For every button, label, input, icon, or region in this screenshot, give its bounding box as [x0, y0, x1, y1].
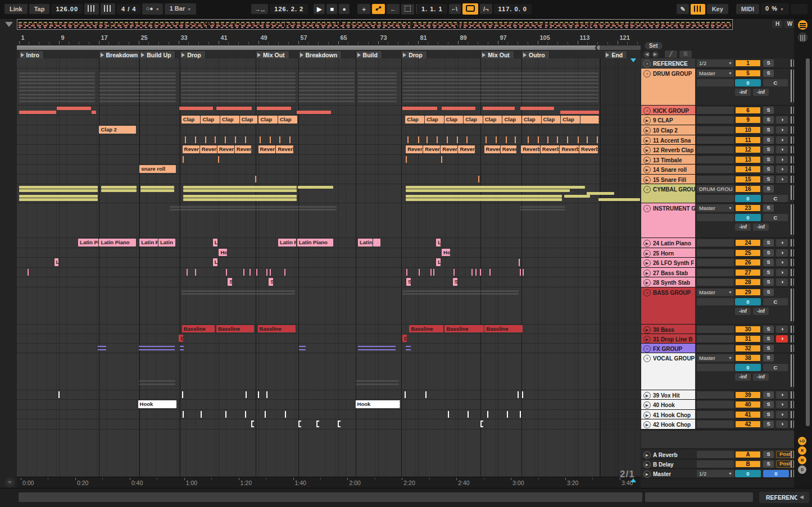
clip-tick[interactable] [453, 269, 455, 276]
clip-tick[interactable] [260, 136, 261, 143]
track-row-32[interactable]: ≡FX GROUP32S [641, 344, 805, 353]
draw-mode-button[interactable] [401, 4, 414, 15]
clip-tick[interactable] [245, 136, 246, 143]
routing-blank-box[interactable] [697, 298, 734, 305]
clip-tick[interactable] [587, 136, 588, 143]
cymbal-clip-bar[interactable] [183, 195, 296, 198]
freeze-button[interactable]: ◑ [776, 391, 788, 399]
cymbal-clip-bar[interactable] [406, 189, 570, 192]
clip-tick[interactable] [471, 269, 473, 276]
clip[interactable]: S [406, 278, 411, 286]
routing-dropdown[interactable]: Master▼ [697, 289, 734, 296]
clip-tick[interactable] [437, 136, 438, 143]
delay-section-toggle[interactable]: D [798, 465, 806, 474]
clip-bracket[interactable] [251, 421, 254, 427]
track-name-cell[interactable]: ≡BASS GROUP [641, 287, 695, 324]
collapse-arrow-icon[interactable]: ◀ [797, 492, 806, 502]
pan-value[interactable]: 0 [735, 79, 761, 86]
clip[interactable]: Latin Piano [99, 239, 136, 246]
clip-tick[interactable] [245, 411, 246, 418]
track-number-box[interactable]: 5 [735, 70, 761, 77]
solo-button[interactable]: S [763, 126, 774, 134]
track-name-cell[interactable]: ▶28 Synth Stab [641, 277, 695, 287]
track-name-cell[interactable]: ▶B Delay [641, 459, 695, 468]
fold-arrow-icon[interactable] [5, 22, 13, 27]
nudge-down-button[interactable] [84, 3, 99, 15]
cymbal-clip-bar[interactable] [19, 186, 98, 189]
return-letter-box[interactable]: B [735, 460, 761, 468]
track-row-10[interactable]: ▶10 Clap 210S◑ [641, 125, 805, 135]
lane-13-timbale[interactable] [17, 155, 641, 165]
clip[interactable]: Reverb [200, 145, 217, 153]
lane-26-lfo-synth-f[interactable]: LLL [17, 258, 641, 268]
master-pan-value[interactable]: 0 [735, 470, 761, 477]
solo-button[interactable]: S [763, 204, 774, 212]
punch-in-field[interactable]: 1. 1. 1 [417, 4, 447, 14]
pan-center-button[interactable]: C [763, 364, 788, 371]
clip-tick[interactable] [185, 136, 186, 143]
cymbal-clip-dashes[interactable] [598, 198, 640, 201]
solo-button[interactable]: S [763, 451, 774, 458]
clip-tick[interactable] [538, 136, 539, 143]
fx-clip-line[interactable] [98, 346, 106, 350]
key-map-button[interactable]: Key [707, 4, 728, 14]
freeze-button[interactable]: ◑ [776, 239, 788, 246]
clip[interactable]: D [179, 335, 183, 342]
track-name-cell[interactable]: ▶41 Hook Chop [641, 410, 695, 419]
routing-blank-box[interactable] [697, 259, 734, 266]
clip[interactable]: Latin Pi [358, 239, 373, 246]
locator-intro[interactable]: Intro [19, 51, 44, 59]
track-row-6[interactable]: ≡KICK GROUP6S [641, 106, 805, 115]
solo-button[interactable]: S [763, 460, 774, 468]
clip[interactable]: L [213, 239, 217, 246]
clip-tick[interactable] [406, 269, 407, 276]
clip[interactable]: Reverb [560, 145, 579, 153]
track-row-25[interactable]: ▶25 Horn25S◑ [641, 248, 805, 258]
track-name-cell[interactable]: ▶39 Vox Hit [641, 390, 695, 399]
pen-icon[interactable]: ╱ [665, 51, 677, 58]
clip[interactable]: Reverb [484, 145, 500, 153]
routing-blank-box[interactable] [697, 79, 734, 86]
beat-time-ruler[interactable]: 191725334149576573818997105113121 [17, 33, 641, 45]
return-row-b-delay[interactable]: ▶B DelayBSPost [641, 459, 805, 469]
link-sections-button[interactable] [372, 4, 385, 14]
cymbal-clip-bar[interactable] [140, 186, 174, 189]
loop-toggle[interactable] [462, 3, 478, 15]
clip-tick[interactable] [506, 136, 507, 143]
routing-dropdown[interactable]: 1/2▼ [697, 470, 734, 477]
solo-button[interactable]: S [763, 289, 774, 296]
clip[interactable]: L [436, 239, 441, 246]
routing-blank-box[interactable] [697, 460, 734, 468]
clip[interactable]: Clap [201, 116, 220, 124]
clip-tick[interactable] [486, 136, 487, 143]
track-row-39[interactable]: ▶39 Vox Hit39S◑ [641, 390, 805, 400]
clip-tick[interactable] [183, 411, 184, 418]
clip-tick[interactable] [265, 411, 266, 418]
clip[interactable]: Clap [561, 116, 580, 124]
track-number-box[interactable]: 13 [735, 156, 761, 163]
solo-button[interactable]: S [763, 345, 774, 352]
cymbal-clip-bar[interactable] [406, 198, 562, 201]
clip-tick[interactable] [523, 269, 524, 276]
track-number-box[interactable]: 16 [735, 185, 761, 193]
clip[interactable]: Clap [240, 116, 258, 124]
clip-bracket[interactable] [338, 421, 341, 427]
routing-blank-box[interactable] [697, 278, 734, 286]
track-name-cell[interactable]: ▶26 LFO Synth F [641, 258, 695, 267]
cymbal-clip-bar[interactable] [101, 189, 137, 192]
routing-blank-box[interactable] [697, 176, 734, 183]
routing-blank-box[interactable] [697, 166, 734, 173]
clip-tick[interactable] [475, 269, 477, 276]
volume-field[interactable]: -inf [753, 373, 769, 381]
freeze-button[interactable]: ◑ [776, 278, 788, 286]
audio-clip-bar[interactable] [560, 111, 599, 114]
clip-tick[interactable] [218, 156, 219, 163]
loop-length-field[interactable]: 117. 0. 0 [494, 4, 532, 14]
volume-field[interactable]: -inf [735, 89, 751, 96]
lane-kick-group[interactable] [17, 106, 641, 115]
clip[interactable]: D [402, 335, 407, 342]
locator-build-up[interactable]: Build Up [139, 51, 175, 59]
clip[interactable]: L [436, 258, 441, 266]
clip[interactable]: Clap 2 [99, 126, 136, 134]
computer-midi-keyboard-button[interactable] [691, 4, 705, 15]
